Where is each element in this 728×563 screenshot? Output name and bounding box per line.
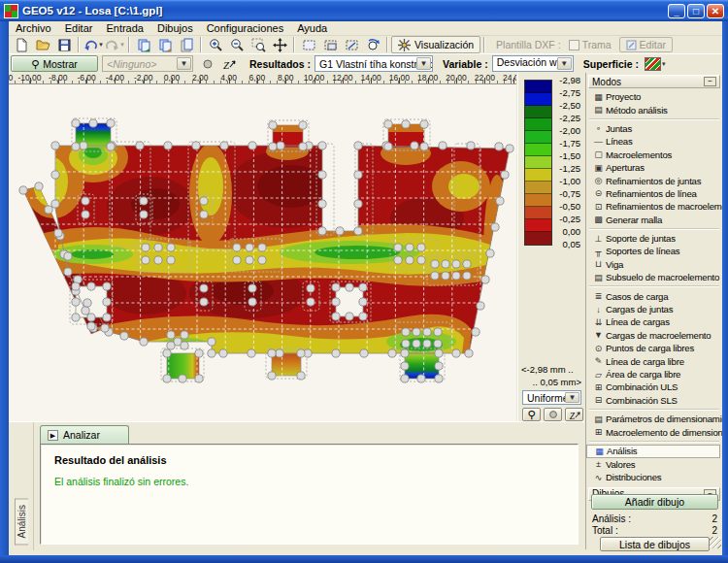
mode-label: Casos de carga bbox=[606, 291, 668, 302]
scale-mode-combo[interactable]: Uniforme▼ bbox=[522, 390, 581, 405]
window-border-right bbox=[722, 21, 728, 555]
resize-grip[interactable] bbox=[710, 537, 721, 548]
ruler-label: -12,00 bbox=[9, 73, 13, 83]
mode-línea-de-cargas[interactable]: ⇊Línea de cargas bbox=[586, 315, 722, 328]
legend-color-band bbox=[525, 81, 551, 93]
new-file-button[interactable] bbox=[11, 36, 32, 53]
zoom-previous-button[interactable] bbox=[362, 36, 383, 53]
mode-puntos-de-carga-libres[interactable]: ⊙Puntos de carga libres bbox=[586, 342, 722, 354]
menu-dibujos[interactable]: Dibujos bbox=[150, 21, 200, 35]
maximize-button[interactable]: □ bbox=[687, 4, 705, 18]
anadir-dibujo-button[interactable]: Añadir dibujo bbox=[591, 494, 718, 510]
legend-value: 0,00 bbox=[551, 226, 580, 237]
menu-entrada[interactable]: Entrada bbox=[99, 21, 150, 35]
mode-línea-de-carga-libre[interactable]: ✎Línea de carga libre bbox=[586, 354, 722, 367]
mode-icon: ▦ bbox=[591, 92, 606, 102]
mode-combinación-sls[interactable]: ⊟Combinación SLS bbox=[586, 394, 722, 407]
analizar-button[interactable]: ▶ Analizar bbox=[40, 425, 129, 444]
mode-refinamientos-de-línea[interactable]: ⊝Refinamientos de línea bbox=[586, 187, 722, 200]
menu-archivo[interactable]: Archivo bbox=[9, 21, 58, 35]
select-region-button[interactable] bbox=[298, 36, 319, 53]
zoom-window-button[interactable] bbox=[248, 36, 269, 53]
mode-label: Macroelemento de dimensionamientos bbox=[606, 427, 722, 438]
mode-aperturas[interactable]: ▣Aperturas bbox=[586, 161, 722, 174]
editar-button[interactable]: Editar bbox=[619, 37, 673, 52]
point-style-button[interactable] bbox=[197, 55, 218, 73]
minimize-button[interactable]: _ bbox=[668, 4, 685, 18]
mode-icon: ⊡ bbox=[591, 202, 606, 212]
menu-editar[interactable]: Editar bbox=[58, 21, 100, 35]
mode-refinamientos-de-macroelemento[interactable]: ⊡Refinamientos de macroelemento bbox=[586, 200, 722, 213]
redo-button[interactable]: ▾ bbox=[104, 36, 125, 53]
mode-análisis[interactable]: ▦Análisis bbox=[586, 445, 720, 458]
lista-dibujos-button[interactable]: Lista de dibujos bbox=[600, 537, 710, 551]
mode-macroelemento-de-dimensionamientos[interactable]: ⊞Macroelemento de dimensionamientos bbox=[586, 425, 722, 438]
paste-button[interactable] bbox=[176, 36, 197, 53]
mode-parámetros-de-dimensionamiento[interactable]: ▤Parámetros de dimensionamiento bbox=[586, 413, 722, 425]
collapse-icon[interactable]: − bbox=[704, 77, 716, 86]
group-separator bbox=[589, 409, 719, 411]
mode-área-de-carga-libre[interactable]: ▱Área de carga libre bbox=[586, 368, 722, 381]
scale-point-button[interactable] bbox=[544, 408, 562, 421]
mode-icon: ▼ bbox=[591, 330, 606, 340]
legend-color-band bbox=[525, 232, 551, 245]
select-all-button[interactable] bbox=[341, 36, 362, 53]
zoom-in-button[interactable] bbox=[205, 36, 226, 53]
copy-view-button[interactable] bbox=[154, 36, 176, 53]
group-separator bbox=[589, 118, 719, 120]
legend-color-band bbox=[525, 219, 551, 232]
axonometry-icon: Z bbox=[569, 410, 580, 420]
scale-axono-button[interactable]: Z bbox=[565, 408, 583, 421]
mode-soportes-de-líneas[interactable]: ╥Soportes de líneas bbox=[586, 245, 722, 257]
ruler-tick bbox=[314, 78, 315, 83]
mode-macroelementos[interactable]: ▢Macroelementos bbox=[586, 149, 722, 161]
save-button[interactable] bbox=[53, 36, 75, 53]
zoom-out-button[interactable] bbox=[226, 36, 248, 53]
select-window-button[interactable] bbox=[319, 36, 341, 53]
visualizacion-button[interactable]: Visualización bbox=[391, 36, 480, 53]
variable-combo[interactable]: Desviación wz ▼ bbox=[492, 55, 574, 72]
close-button[interactable]: ✕ bbox=[707, 4, 724, 18]
superficie-style-chip[interactable] bbox=[645, 57, 661, 71]
axonometry-button[interactable]: Z bbox=[218, 55, 240, 73]
pan-button[interactable] bbox=[269, 36, 290, 53]
mode-soporte-de-juntas[interactable]: ⊥Soporte de juntas bbox=[586, 232, 722, 245]
mode-proyecto[interactable]: ▦Proyecto bbox=[586, 90, 722, 103]
ruler-tick bbox=[30, 78, 31, 83]
result-message: El análisis finalizó sin errores. bbox=[54, 476, 564, 487]
copy-drawing-button[interactable] bbox=[133, 36, 154, 53]
mode-líneas[interactable]: —Líneas bbox=[586, 135, 722, 148]
checkbox-icon bbox=[569, 40, 579, 50]
mostrar-combo[interactable]: <Ninguno>▼ bbox=[102, 55, 193, 72]
mode-casos-de-carga[interactable]: ≣Casos de carga bbox=[586, 289, 722, 302]
ruler-tick bbox=[399, 78, 400, 83]
mode-viga[interactable]: ⊔Viga bbox=[586, 258, 722, 271]
mode-combinación-uls[interactable]: ⊞Combinación ULS bbox=[586, 381, 722, 393]
resultados-combo[interactable]: G1 Vlastní tíha konstrukce▼ bbox=[314, 55, 433, 72]
trama-checkbox[interactable]: Trama bbox=[569, 39, 612, 50]
ruler-tick bbox=[200, 78, 201, 83]
mode-juntas[interactable]: ∘Juntas bbox=[586, 122, 722, 135]
mode-valores[interactable]: ±Valores bbox=[586, 458, 722, 471]
mode-distribuciones[interactable]: ∿Distribuciones bbox=[586, 471, 722, 483]
mode-icon: ⊔ bbox=[591, 259, 606, 269]
mode-cargas-de-juntas[interactable]: ↓Cargas de juntas bbox=[586, 303, 722, 315]
mode-subsuelo-de-macroelemento[interactable]: ▤Subsuelo de macroelemento bbox=[586, 271, 722, 283]
drawing-canvas[interactable] bbox=[9, 84, 516, 421]
scale-settings-button[interactable]: ⚲ bbox=[522, 408, 541, 421]
mode-cargas-de-macroelemento[interactable]: ▼Cargas de macroelemento bbox=[586, 329, 722, 342]
menu-ayuda[interactable]: Ayuda bbox=[290, 21, 334, 35]
analysis-vertical-tab[interactable]: Análisis bbox=[9, 422, 34, 550]
mode-método-análisis[interactable]: ▤Método análisis bbox=[586, 103, 722, 116]
mode-generar-malla[interactable]: ▩Generar malla bbox=[586, 214, 722, 226]
toolbar-separator bbox=[128, 37, 130, 52]
mode-label: Área de carga libre bbox=[606, 369, 680, 380]
open-file-button[interactable] bbox=[32, 36, 53, 53]
legend-color-band bbox=[525, 169, 551, 182]
mode-refinamientos-de-juntas[interactable]: ◎Refinamientos de juntas bbox=[586, 174, 722, 186]
menu-configuraciones[interactable]: Configuraciones bbox=[200, 21, 291, 35]
mode-icon: ⊙ bbox=[591, 344, 606, 353]
mostrar-button[interactable]: ⚲ Mostrar bbox=[11, 55, 98, 72]
undo-button[interactable]: ▾ bbox=[83, 36, 104, 53]
mode-icon: ╥ bbox=[591, 247, 606, 256]
